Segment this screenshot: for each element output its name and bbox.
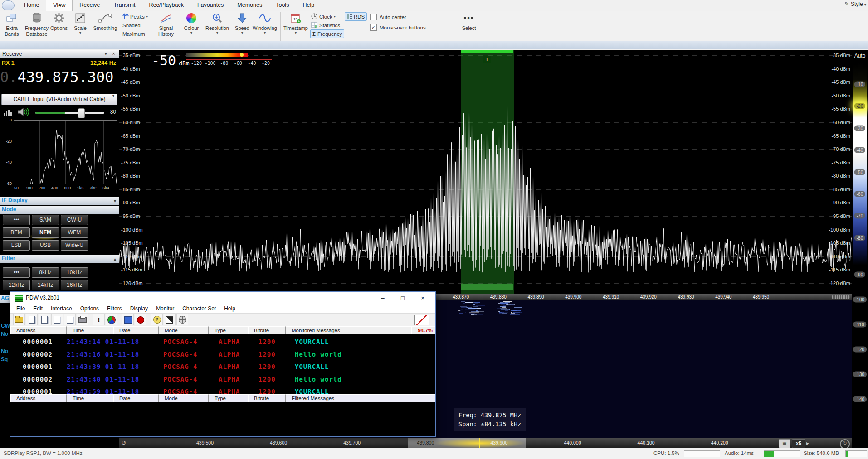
- pdw-column-address[interactable]: Address: [10, 394, 67, 402]
- keypad-icon[interactable]: ▦: [779, 439, 790, 448]
- receive-panel-header[interactable]: Receive ▾ ×: [0, 50, 119, 58]
- tab-view[interactable]: View: [46, 0, 73, 11]
- pdw-menu-options[interactable]: Options: [76, 305, 103, 312]
- volume-thumb[interactable]: [78, 108, 85, 118]
- options-button[interactable]: Options: [49, 12, 69, 31]
- frequency-database-button[interactable]: Frequency Database: [23, 12, 51, 37]
- pdw-column-type[interactable]: Type: [209, 394, 248, 402]
- pdw-menu-character-set[interactable]: Character Set: [178, 305, 220, 312]
- section-mode[interactable]: Mode: [0, 206, 119, 214]
- frequency-value[interactable]: 0.439.875.300: [0, 68, 119, 86]
- mode-button-SAM[interactable]: SAM: [32, 215, 59, 225]
- pdw-column-time[interactable]: Time: [67, 326, 113, 334]
- range-tick--90[interactable]: -90: [854, 272, 865, 278]
- filtered-header-row[interactable]: AddressTimeDateModeTypeBitrateFiltered M…: [10, 394, 435, 402]
- range-tick--140[interactable]: -140: [853, 396, 867, 402]
- range-tick--30[interactable]: -30: [854, 125, 865, 131]
- range-tick--10[interactable]: -10: [854, 82, 865, 87]
- pdw-message-row[interactable]: 000000121:43:59 01-11-18POCSAG-4ALPHA120…: [10, 388, 435, 394]
- statistics-button[interactable]: 9 Statistics: [311, 21, 340, 29]
- record-icon[interactable]: [135, 314, 146, 325]
- filtered-messages-area[interactable]: [10, 402, 435, 436]
- statistics-pie-icon[interactable]: [106, 314, 117, 325]
- smoothing-button[interactable]: Smoothing: [91, 12, 120, 31]
- mode-button-USB[interactable]: USB: [32, 240, 59, 251]
- pdw-menu-monitor[interactable]: Monitor: [152, 305, 178, 312]
- range-tick--110[interactable]: -110: [853, 322, 866, 328]
- pdw-column-date[interactable]: Date: [113, 326, 159, 334]
- filter-button-14kHz[interactable]: 14kHz: [32, 280, 59, 290]
- collapse-icon[interactable]: ▾: [104, 51, 107, 57]
- invert-icon[interactable]: [164, 314, 176, 325]
- tab-favourites[interactable]: Favourites: [190, 0, 230, 10]
- range-tick--80[interactable]: -80: [854, 235, 865, 241]
- tab-transmit[interactable]: Transmit: [107, 0, 142, 10]
- pdw-message-row[interactable]: 000000221:43:16 01-11-18POCSAG-4ALPHA120…: [10, 351, 435, 359]
- shaded-button[interactable]: Shaded: [122, 21, 141, 29]
- windowing-button[interactable]: Windowing ▾: [251, 12, 278, 35]
- pdw-menu-edit[interactable]: Edit: [29, 305, 47, 312]
- monitored-messages-area[interactable]: 000000121:43:14 01-11-18POCSAG-4ALPHA120…: [10, 334, 435, 394]
- pdw-column-bitrate[interactable]: Bitrate: [248, 326, 286, 334]
- monitored-header-row[interactable]: AddressTimeDateModeTypeBitrateMonitored …: [10, 326, 435, 334]
- pdw-menu-interface[interactable]: Interface: [47, 305, 76, 312]
- pan-right-icon[interactable]: ▸: [806, 439, 809, 447]
- tab-memories[interactable]: Memories: [230, 0, 269, 10]
- auto-center-checkbox[interactable]: Auto center: [370, 13, 406, 21]
- range-tick--40[interactable]: -40: [854, 147, 865, 153]
- axis-scrollbar[interactable]: [832, 295, 850, 299]
- tab-tools[interactable]: Tools: [269, 0, 296, 10]
- copy-icon[interactable]: [51, 314, 63, 325]
- mode-button-NFM[interactable]: NFM: [32, 227, 59, 238]
- frequency-toggle-button[interactable]: Σ Frequency: [310, 29, 344, 38]
- minimize-button[interactable]: –: [375, 292, 390, 304]
- filter-button-[interactable]: •••: [3, 267, 30, 278]
- spectrum-display[interactable]: 1 -50dBm -120-100-80-60-40-20 -35 dBm-35…: [119, 50, 852, 294]
- signal-scope-icon[interactable]: [414, 315, 429, 325]
- tab-help[interactable]: Help: [296, 0, 321, 10]
- pdw-column-type[interactable]: Type: [209, 326, 248, 334]
- volume-slider[interactable]: [35, 112, 104, 114]
- rx-marker[interactable]: 1: [483, 56, 491, 63]
- close-icon[interactable]: ×: [112, 51, 115, 56]
- tab-home[interactable]: Home: [17, 0, 46, 10]
- mode-button-WideU[interactable]: Wide-U: [61, 240, 88, 251]
- copy-icon[interactable]: [26, 314, 38, 325]
- reset-zoom-icon[interactable]: ↺: [120, 439, 128, 447]
- alert-icon[interactable]: !: [93, 314, 105, 325]
- pdw-column-time[interactable]: Time: [67, 394, 113, 402]
- mode-button-LSB[interactable]: LSB: [3, 240, 30, 251]
- range-tick--120[interactable]: -120: [853, 347, 867, 353]
- mode-button-[interactable]: •••: [3, 215, 30, 225]
- tab-rec-playback[interactable]: Rec/Playback: [142, 0, 190, 10]
- select-button[interactable]: ••• Select: [455, 12, 483, 31]
- scale-button[interactable]: Scale ▾: [71, 12, 90, 35]
- pdw-menu-file[interactable]: File: [12, 305, 29, 312]
- pdw-message-row[interactable]: 000000221:43:40 01-11-18POCSAG-4ALPHA120…: [10, 376, 435, 384]
- speaker-icon[interactable]: [17, 107, 29, 118]
- pdw-column-bitrate[interactable]: Bitrate: [248, 394, 286, 402]
- pdw-column-mode[interactable]: Mode: [159, 326, 209, 334]
- audio-device-select[interactable]: CABLE Input (VB-Audio Virtual Cable) ▾: [1, 94, 117, 105]
- close-button[interactable]: ×: [415, 292, 430, 304]
- range-tick--50[interactable]: -50: [854, 169, 865, 175]
- pdw-menu-help[interactable]: Help: [220, 305, 239, 312]
- globe-icon[interactable]: [176, 314, 188, 325]
- monitor-icon[interactable]: [122, 314, 134, 325]
- range-tick--70[interactable]: -70: [854, 213, 865, 219]
- peaks-button[interactable]: Peaks ▾: [122, 13, 148, 20]
- pdw-column-date[interactable]: Date: [113, 394, 159, 402]
- print-icon[interactable]: [77, 314, 88, 325]
- band-frequency-scale[interactable]: 439.500439.600439.700439.800439.900440.0…: [119, 438, 852, 448]
- pdw-window[interactable]: PDW v3.2b01 – □ × FileEditInterfaceOptio…: [10, 291, 436, 437]
- filter-button-12kHz[interactable]: 12kHz: [3, 280, 30, 290]
- pdw-message-row[interactable]: 000000121:43:14 01-11-18POCSAG-4ALPHA120…: [10, 338, 435, 346]
- pdw-column-messages[interactable]: Monitored Messages: [286, 326, 411, 334]
- open-icon[interactable]: [13, 314, 25, 325]
- pdw-title-bar[interactable]: PDW v3.2b01 – □ ×: [10, 292, 435, 304]
- pdw-column-messages[interactable]: Filtered Messages: [286, 394, 435, 402]
- frequency-display[interactable]: RX 1 12,244 Hz 0.439.875.300: [0, 58, 119, 93]
- extra-bands-button[interactable]: Extra Bands: [2, 12, 22, 37]
- app-menu-button[interactable]: [2, 0, 15, 10]
- save-icon[interactable]: [64, 314, 76, 325]
